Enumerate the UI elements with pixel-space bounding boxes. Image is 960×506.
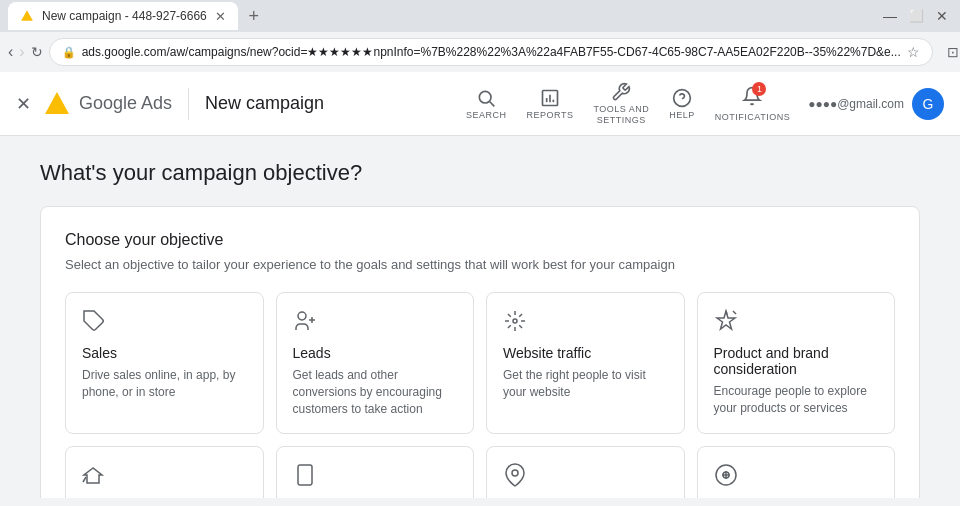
product-brand-desc: Encourage people to explore your product… xyxy=(714,383,879,417)
nav-reports[interactable]: REPORTS xyxy=(517,88,584,120)
objective-no-guidance[interactable]: Create a campaign without a goal's guida… xyxy=(697,446,896,498)
objective-local-store[interactable]: Local store visits and promotions Drive … xyxy=(486,446,685,498)
page-heading: What's your campaign objective? xyxy=(40,160,920,186)
objective-leads[interactable]: Leads Get leads and other conversions by… xyxy=(276,292,475,434)
help-icon xyxy=(672,88,692,108)
svg-marker-1 xyxy=(45,92,69,114)
back-button[interactable]: ‹ xyxy=(8,38,13,66)
nav-search-label: SEARCH xyxy=(466,110,507,120)
objective-brand-awareness[interactable]: Brand awareness and reach Reach a broad … xyxy=(65,446,264,498)
sales-icon xyxy=(82,309,247,337)
objective-sales[interactable]: Sales Drive sales online, in app, by pho… xyxy=(65,292,264,434)
tab-close-icon[interactable]: ✕ xyxy=(215,9,226,24)
lock-icon: 🔒 xyxy=(62,46,76,59)
browser-actions: ⊡ 🧩 G ⋮ xyxy=(939,38,960,66)
close-button[interactable]: ✕ xyxy=(16,93,31,115)
card-title: Choose your objective xyxy=(65,231,895,249)
refresh-button[interactable]: ↻ xyxy=(31,38,43,66)
objective-website-traffic[interactable]: Website traffic Get the right people to … xyxy=(486,292,685,434)
nav-help-label: HELP xyxy=(669,110,695,120)
nav-tools[interactable]: TOOLS ANDSETTINGS xyxy=(583,82,659,126)
google-ads-logo: Google Ads xyxy=(43,90,172,118)
google-ads-logo-icon xyxy=(43,90,71,118)
close-window-button[interactable]: ✕ xyxy=(932,6,952,26)
website-traffic-desc: Get the right people to visit your websi… xyxy=(503,367,668,401)
objective-product-brand[interactable]: Product and brand consideration Encourag… xyxy=(697,292,896,434)
header-nav: SEARCH REPORTS TOOLS ANDSETTINGS HELP 1 … xyxy=(456,82,800,126)
logo-text: Google Ads xyxy=(79,93,172,114)
nav-search[interactable]: SEARCH xyxy=(456,88,517,120)
reports-icon xyxy=(540,88,560,108)
brand-awareness-icon xyxy=(82,463,247,491)
product-brand-icon xyxy=(714,309,879,337)
nav-tools-label: TOOLS ANDSETTINGS xyxy=(593,104,649,126)
search-icon xyxy=(476,88,496,108)
leads-title: Leads xyxy=(293,345,458,361)
objective-app-promotion[interactable]: App promotion Get more installs, engagem… xyxy=(276,446,475,498)
svg-marker-14 xyxy=(84,468,102,483)
nav-reports-label: REPORTS xyxy=(527,110,574,120)
nav-notifications-label: NOTIFICATIONS xyxy=(715,112,790,122)
sales-title: Sales xyxy=(82,345,247,361)
maximize-button[interactable]: ⬜ xyxy=(906,6,926,26)
tools-icon xyxy=(611,82,631,102)
svg-line-13 xyxy=(733,311,736,314)
svg-marker-0 xyxy=(21,10,33,21)
address-bar[interactable]: 🔒 ads.google.com/aw/campaigns/new?ocid=★… xyxy=(49,38,933,66)
product-brand-title: Product and brand consideration xyxy=(714,345,879,377)
website-traffic-title: Website traffic xyxy=(503,345,668,361)
sales-desc: Drive sales online, in app, by phone, or… xyxy=(82,367,247,401)
page-title: New campaign xyxy=(205,93,324,114)
svg-point-12 xyxy=(513,319,517,323)
svg-point-11 xyxy=(298,312,306,320)
user-email: ●●●●@gmail.com xyxy=(808,97,904,111)
svg-point-2 xyxy=(480,91,492,103)
website-traffic-icon xyxy=(503,309,668,337)
app-promotion-icon xyxy=(293,463,458,491)
leads-icon xyxy=(293,309,458,337)
local-store-icon xyxy=(503,463,668,491)
nav-notifications[interactable]: 1 NOTIFICATIONS xyxy=(705,86,800,122)
leads-desc: Get leads and other conversions by encou… xyxy=(293,367,458,417)
main-content: What's your campaign objective? Choose y… xyxy=(0,136,960,498)
objectives-card: Choose your objective Select an objectiv… xyxy=(40,206,920,498)
user-avatar[interactable]: G xyxy=(912,88,944,120)
svg-line-15 xyxy=(83,477,86,482)
tab-title: New campaign - 448-927-6666 xyxy=(42,9,207,23)
new-tab-button[interactable]: + xyxy=(242,4,266,28)
card-subtitle: Select an objective to tailor your exper… xyxy=(65,257,895,272)
address-text: ads.google.com/aw/campaigns/new?ocid=★★★… xyxy=(82,45,901,59)
browser-tab[interactable]: New campaign - 448-927-6666 ✕ xyxy=(8,2,238,30)
browser-chrome: New campaign - 448-927-6666 ✕ + — ⬜ ✕ ‹ … xyxy=(0,0,960,72)
cast-icon[interactable]: ⊡ xyxy=(939,38,960,66)
minimize-button[interactable]: — xyxy=(880,6,900,26)
tab-favicon xyxy=(20,9,34,23)
no-guidance-icon xyxy=(714,463,879,491)
header-divider xyxy=(188,88,189,120)
nav-help[interactable]: HELP xyxy=(659,88,705,120)
bookmark-icon[interactable]: ☆ xyxy=(907,44,920,60)
svg-line-3 xyxy=(490,101,495,106)
forward-button[interactable]: › xyxy=(19,38,24,66)
objectives-grid: Sales Drive sales online, in app, by pho… xyxy=(65,292,895,498)
notification-badge: 1 xyxy=(752,82,766,96)
app-header: ✕ Google Ads New campaign SEARCH REPORTS… xyxy=(0,72,960,136)
svg-point-18 xyxy=(512,470,518,476)
